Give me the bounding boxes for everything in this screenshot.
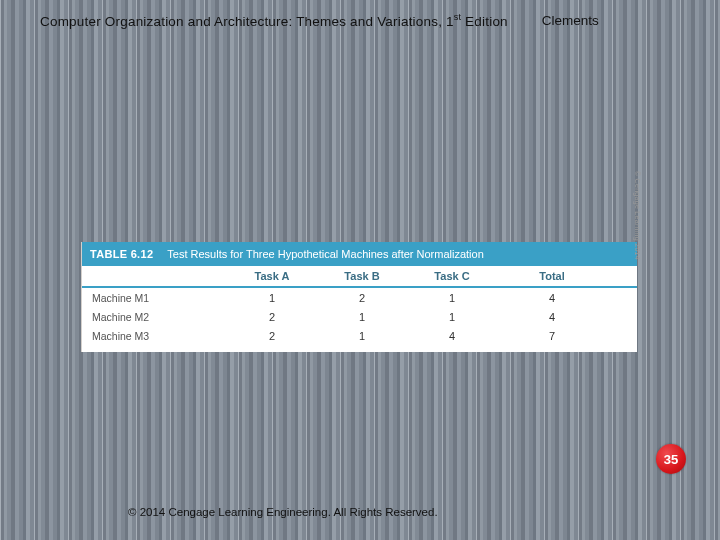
cell-value: 4 bbox=[497, 311, 607, 323]
cell-value: 4 bbox=[407, 330, 497, 342]
cell-value: 1 bbox=[317, 311, 407, 323]
slide-footer: © 2014 Cengage Learning Engineering. All… bbox=[0, 506, 720, 518]
page-number-badge: 35 bbox=[656, 444, 686, 474]
slide-header: Computer Organization and Architecture: … bbox=[40, 8, 680, 32]
col-head-task-a: Task A bbox=[227, 270, 317, 282]
table-row: Machine M2 2 1 1 4 bbox=[82, 307, 637, 326]
cell-value: 2 bbox=[227, 330, 317, 342]
col-head-task-c: Task C bbox=[407, 270, 497, 282]
cell-value: 2 bbox=[227, 311, 317, 323]
book-title: Computer Organization and Architecture: … bbox=[40, 12, 508, 29]
table-title-bar: TABLE 6.12 Test Results for Three Hypoth… bbox=[82, 242, 637, 266]
cell-value: 1 bbox=[407, 292, 497, 304]
table-caption: Test Results for Three Hypothetical Mach… bbox=[167, 248, 484, 260]
table-label: TABLE 6.12 bbox=[90, 248, 153, 260]
page-number: 35 bbox=[664, 452, 678, 467]
cell-value: 1 bbox=[227, 292, 317, 304]
title-prefix: Computer Organization and Architecture: … bbox=[40, 13, 454, 28]
cell-value: 4 bbox=[497, 292, 607, 304]
cell-value: 2 bbox=[317, 292, 407, 304]
cell-value: 1 bbox=[407, 311, 497, 323]
row-label: Machine M2 bbox=[82, 311, 227, 323]
col-head-task-b: Task B bbox=[317, 270, 407, 282]
book-author: Clements bbox=[542, 13, 599, 28]
row-label: Machine M1 bbox=[82, 292, 227, 304]
table-row: Machine M1 1 2 1 4 bbox=[82, 288, 637, 307]
table-6-12: TABLE 6.12 Test Results for Three Hypoth… bbox=[82, 242, 637, 352]
row-label: Machine M3 bbox=[82, 330, 227, 342]
cell-value: 7 bbox=[497, 330, 607, 342]
title-suffix: Edition bbox=[461, 13, 508, 28]
table-head-row: Task A Task B Task C Total bbox=[82, 266, 637, 288]
table-row: Machine M3 2 1 4 7 bbox=[82, 326, 637, 345]
col-head-total: Total bbox=[497, 270, 607, 282]
slide-background: Computer Organization and Architecture: … bbox=[0, 0, 720, 540]
table-copyright: © Cengage Learning 2014 bbox=[634, 171, 641, 260]
cell-value: 1 bbox=[317, 330, 407, 342]
